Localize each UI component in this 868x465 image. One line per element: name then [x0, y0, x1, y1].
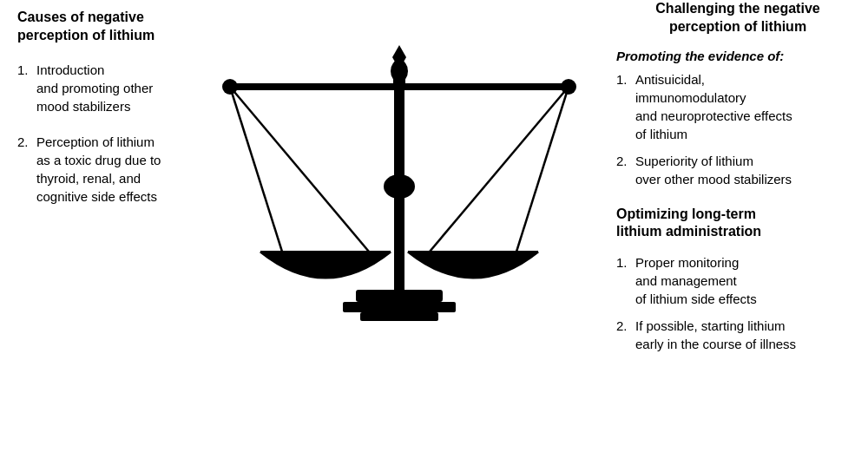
right-panel: Challenging the negativeperception of li…: [616, 0, 859, 370]
list-text: Proper monitoringand managementof lithiu…: [635, 253, 757, 308]
list-text: If possible, starting lithiumearly in th…: [635, 317, 796, 353]
list-item: 1. Antisuicidal,immunomodulatoryand neur…: [616, 70, 859, 143]
svg-point-8: [384, 174, 415, 199]
svg-line-14: [430, 87, 569, 252]
svg-rect-9: [356, 290, 443, 302]
svg-line-13: [230, 87, 369, 252]
svg-rect-6: [393, 69, 405, 88]
list-number: 2.: [17, 133, 36, 151]
svg-rect-11: [360, 312, 438, 321]
list-text: Introductionand promoting othermood stab…: [36, 61, 153, 115]
list-number: 1.: [17, 61, 36, 79]
right-title: Challenging the negativeperception of li…: [616, 0, 859, 36]
list-item: 2. If possible, starting lithiumearly in…: [616, 317, 859, 353]
list-number: 1.: [616, 70, 635, 88]
right-title2: Optimizing long-termlithium administrati…: [616, 206, 859, 242]
list-number: 2.: [616, 317, 635, 335]
list-item: 1. Proper monitoringand managementof lit…: [616, 253, 859, 308]
list-number: 1.: [616, 253, 635, 272]
svg-line-12: [230, 87, 282, 252]
right-list-1: 1. Antisuicidal,immunomodulatoryand neur…: [616, 70, 859, 188]
list-text: Superiority of lithiumover other mood st…: [635, 152, 792, 188]
list-item: 2. Superiority of lithiumover other mood…: [616, 152, 859, 188]
list-number: 2.: [616, 152, 635, 170]
right-list-2: 1. Proper monitoringand managementof lit…: [616, 253, 859, 353]
right-subtitle1: Promoting the evidence of:: [616, 49, 859, 63]
svg-rect-10: [343, 302, 456, 312]
list-text: Antisuicidal,immunomodulatoryand neuropr…: [635, 70, 792, 143]
svg-line-15: [516, 87, 569, 252]
scales-illustration: [174, 26, 625, 434]
list-text: Perception of lithiumas a toxic drug due…: [36, 133, 161, 206]
